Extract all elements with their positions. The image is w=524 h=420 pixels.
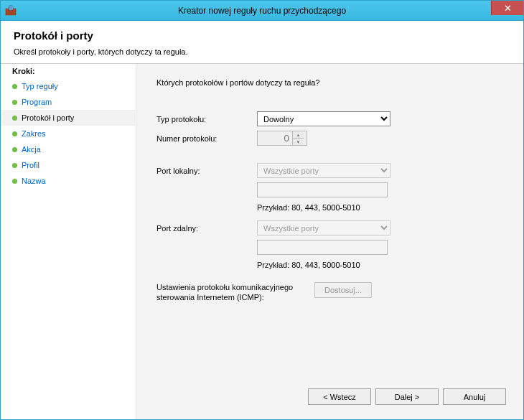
step-rule-type[interactable]: Typ reguły (1, 78, 136, 94)
steps-list: Typ reguły Program Protokół i porty Zakr… (1, 78, 136, 189)
step-bullet-icon (12, 147, 17, 152)
step-action[interactable]: Akcja (1, 141, 136, 157)
step-label: Profil (22, 159, 39, 171)
wizard-header: Protokół i porty Określ protokoły i port… (1, 21, 523, 64)
row-protocol-type: Typ protokołu: Dowolny (156, 111, 509, 126)
row-remote-port: Port zdalny: Wszystkie porty (156, 220, 509, 235)
wizard-body: Kroki: Typ reguły Program Protokół i por… (1, 64, 523, 419)
remote-port-label: Port zdalny: (156, 224, 257, 233)
cancel-button[interactable]: Anuluj (443, 388, 506, 405)
firewall-app-icon (5, 5, 17, 17)
step-bullet-icon (12, 131, 17, 136)
local-port-select: Wszystkie porty (257, 163, 390, 178)
step-protocol-ports[interactable]: Protokół i porty (1, 110, 136, 126)
step-label: Protokół i porty (22, 112, 74, 123)
wizard-window: Kreator nowej reguły ruchu przychodząceg… (0, 0, 524, 420)
protocol-number-spinner: ▲ ▼ (257, 131, 307, 146)
close-button[interactable]: ✕ (491, 1, 523, 15)
local-port-input (257, 182, 388, 197)
local-port-example: Przykład: 80, 443, 5000-5010 (257, 203, 509, 212)
close-icon: ✕ (504, 3, 512, 14)
step-bullet-icon (12, 163, 17, 168)
step-bullet-icon (12, 179, 17, 184)
step-bullet-icon (12, 100, 17, 105)
step-bullet-icon (12, 84, 17, 89)
step-bullet-icon (12, 116, 17, 121)
window-title: Kreator nowej reguły ruchu przychodząceg… (1, 6, 523, 16)
row-local-port: Port lokalny: Wszystkie porty (156, 163, 509, 178)
protocol-number-label: Numer protokołu: (156, 134, 257, 143)
remote-port-example: Przykład: 80, 443, 5000-5010 (257, 261, 509, 269)
local-port-label: Port lokalny: (156, 167, 257, 175)
row-icmp: Ustawienia protokołu komunikacyjnego ste… (156, 282, 509, 302)
steps-pane: Kroki: Typ reguły Program Protokół i por… (1, 64, 136, 419)
step-label: Nazwa (22, 175, 46, 187)
step-label: Program (22, 96, 52, 108)
spinner-down-icon: ▼ (293, 139, 304, 145)
remote-port-input (257, 240, 388, 255)
remote-port-select: Wszystkie porty (257, 220, 390, 235)
row-remote-port-text (156, 240, 509, 255)
step-label: Typ reguły (22, 80, 58, 92)
next-button[interactable]: Dalej > (375, 388, 439, 405)
step-name[interactable]: Nazwa (1, 173, 136, 189)
page-subtitle: Określ protokoły i porty, których dotycz… (14, 47, 510, 56)
customize-button: Dostosuj... (314, 282, 372, 298)
content-question: Których protokołów i portów dotyczy ta r… (156, 78, 509, 87)
protocol-type-select[interactable]: Dowolny (257, 111, 390, 126)
steps-heading: Kroki: (1, 67, 136, 77)
titlebar: Kreator nowej reguły ruchu przychodząceg… (1, 1, 523, 21)
back-button[interactable]: < Wstecz (308, 388, 371, 405)
spinner-up-icon: ▲ (293, 131, 304, 139)
protocol-type-label: Typ protokołu: (156, 115, 257, 123)
step-program[interactable]: Program (1, 94, 136, 110)
step-label: Zakres (22, 128, 46, 139)
protocol-number-input (258, 131, 292, 145)
wizard-footer: < Wstecz Dalej > Anuluj (156, 381, 509, 414)
row-protocol-number: Numer protokołu: ▲ ▼ (156, 131, 509, 146)
row-local-port-text (156, 182, 509, 197)
page-title: Protokół i porty (14, 29, 510, 42)
step-label: Akcja (22, 144, 41, 155)
step-profile[interactable]: Profil (1, 157, 136, 173)
icmp-label: Ustawienia protokołu komunikacyjnego ste… (156, 282, 314, 302)
content-pane: Których protokołów i portów dotyczy ta r… (136, 64, 523, 419)
step-scope[interactable]: Zakres (1, 126, 136, 141)
